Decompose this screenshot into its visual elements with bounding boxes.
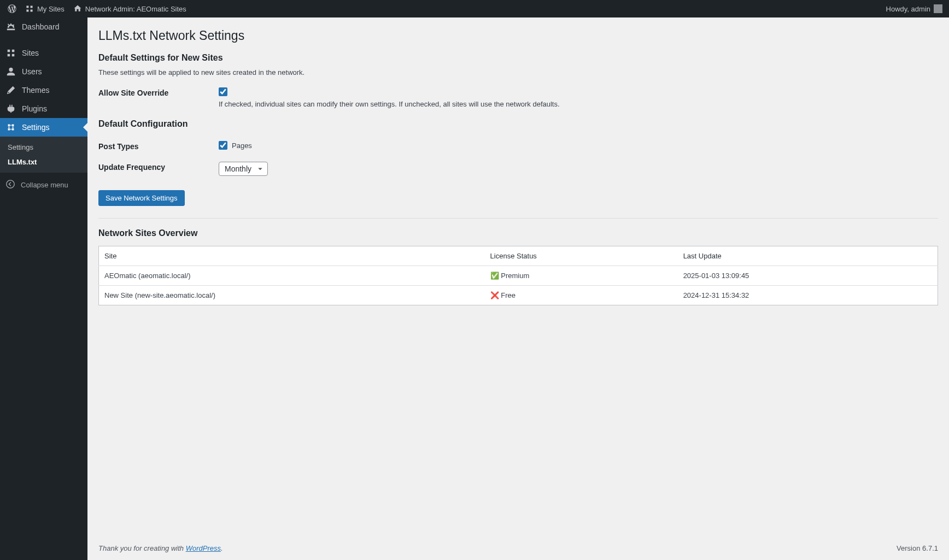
multisite-icon [25,4,34,13]
themes-icon [5,85,16,95]
home-icon [73,4,82,13]
menu-settings-label: Settings [22,123,50,132]
allow-override-desc: If checked, individual sites can modify … [219,100,938,108]
divider [98,218,938,219]
save-network-settings-button[interactable]: Save Network Settings [98,190,185,206]
cell-last-update: 2024-12-31 15:34:32 [678,286,938,305]
wordpress-link[interactable]: WordPress [186,544,221,552]
footer-thanks-post: . [221,544,223,552]
wordpress-logo-icon [8,4,16,13]
table-row: New Site (new-site.aeomatic.local/) ❌ Fr… [99,286,938,305]
allow-override-label: Allow Site Override [98,87,219,97]
admin-toolbar: My Sites Network Admin: AEOmatic Sites H… [0,0,949,17]
dashboard-icon [5,22,16,32]
sites-table: Site License Status Last Update AEOmatic… [98,246,938,305]
status-icon-premium: ✅ [490,272,499,280]
update-frequency-label: Update Frequency [98,162,219,172]
menu-themes[interactable]: Themes [0,81,87,99]
howdy-account[interactable]: Howdy, admin [882,0,942,17]
menu-sites[interactable]: Sites [0,44,87,62]
collapse-icon [5,179,15,191]
settings-icon [5,122,16,132]
main-content: LLMs.txt Network Settings Default Settin… [87,17,949,560]
network-admin-menu[interactable]: Network Admin: AEOmatic Sites [69,0,191,17]
cell-license: ❌ Free [485,286,678,305]
menu-users[interactable]: Users [0,62,87,81]
svg-point-0 [7,180,14,188]
avatar [934,4,942,13]
section-config-heading: Default Configuration [98,119,938,129]
menu-plugins[interactable]: Plugins [0,99,87,118]
my-sites-menu[interactable]: My Sites [21,0,69,17]
allow-override-checkbox[interactable] [219,87,227,96]
users-icon [5,67,16,76]
post-types-pages-checkbox[interactable] [219,141,227,150]
menu-dashboard[interactable]: Dashboard [0,17,87,36]
menu-users-label: Users [22,67,42,76]
menu-themes-label: Themes [22,86,50,95]
page-title: LLMs.txt Network Settings [98,28,938,43]
version-text: Version 6.7.1 [897,544,938,552]
status-label: Premium [501,272,529,280]
admin-sidebar: Dashboard Sites Users Themes Plugins Set… [0,17,87,560]
col-license: License Status [485,246,678,266]
cell-last-update: 2025-01-03 13:09:45 [678,266,938,286]
cell-site: New Site (new-site.aeomatic.local/) [99,286,485,305]
network-admin-label: Network Admin: AEOmatic Sites [85,5,186,13]
collapse-label: Collapse menu [21,181,68,189]
cell-license: ✅ Premium [485,266,678,286]
plugins-icon [5,104,16,114]
post-types-pages-label: Pages [232,142,252,150]
menu-plugins-label: Plugins [22,104,47,113]
footer-thanks-pre: Thank you for creating with [98,544,186,552]
menu-settings[interactable]: Settings [0,118,87,137]
section-defaults-heading: Default Settings for New Sites [98,53,938,63]
menu-sites-label: Sites [22,49,39,57]
settings-submenu: Settings LLMs.txt [0,137,87,173]
col-site: Site [99,246,485,266]
wp-logo-menu[interactable] [3,0,21,17]
overview-heading: Network Sites Overview [98,228,938,238]
sites-icon [5,48,16,58]
menu-dashboard-label: Dashboard [22,22,60,31]
section-defaults-desc: These settings will be applied to new si… [98,68,938,76]
collapse-menu[interactable]: Collapse menu [0,175,87,195]
status-label: Free [501,291,515,299]
col-last-update: Last Update [678,246,938,266]
submenu-settings[interactable]: Settings [0,140,87,155]
admin-footer: Thank you for creating with WordPress. V… [87,537,949,560]
status-icon-free: ❌ [490,291,499,299]
update-frequency-select[interactable]: Monthly [219,162,268,176]
cell-site: AEOmatic (aeomatic.local/) [99,266,485,286]
my-sites-label: My Sites [37,5,65,13]
table-row: AEOmatic (aeomatic.local/) ✅ Premium 202… [99,266,938,286]
howdy-text: Howdy, admin [886,5,930,13]
post-types-label: Post Types [98,141,219,151]
submenu-llms[interactable]: LLMs.txt [0,155,87,169]
